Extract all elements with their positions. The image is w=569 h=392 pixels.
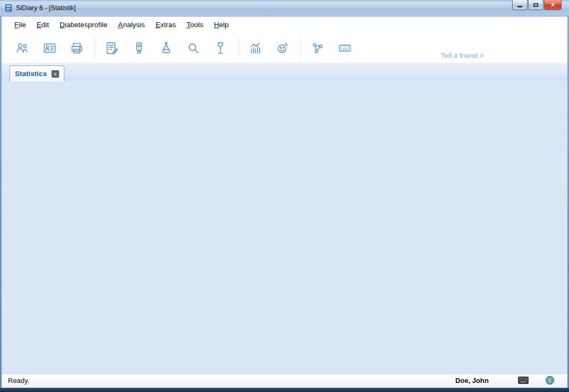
main-content	[2, 81, 567, 373]
toolbar-separator	[300, 38, 301, 58]
keyboard-status-icon[interactable]	[517, 376, 529, 387]
status-bar: Ready. Doe, John	[2, 373, 567, 388]
toolbar-separator	[238, 38, 239, 58]
menu-analysis[interactable]: Analysis	[113, 19, 150, 31]
device-icon[interactable]	[130, 38, 148, 57]
window-edge	[0, 16, 2, 388]
statistics-icon[interactable]	[246, 38, 264, 57]
maximize-button[interactable]	[528, 0, 543, 10]
printer-icon[interactable]	[68, 38, 86, 57]
titlebar: SiDiary 6 - [Statistik] ×	[0, 0, 569, 16]
toolbar-separator	[95, 38, 95, 58]
tab-label: Statistics	[15, 70, 47, 78]
window-edge-bottom	[0, 388, 569, 392]
toolbar: Tell a friend >	[2, 33, 567, 63]
users-icon[interactable]	[13, 38, 31, 57]
status-text: Ready.	[8, 377, 29, 385]
window-title: SiDiary 6 - [Statistik]	[16, 4, 76, 12]
menu-edit[interactable]: Edit	[31, 19, 54, 31]
menu-file[interactable]: File	[9, 19, 31, 31]
tab-close-icon[interactable]: ×	[52, 70, 59, 78]
close-button[interactable]: ×	[544, 0, 562, 10]
close-icon: ×	[550, 1, 555, 9]
minimize-button[interactable]	[512, 0, 528, 10]
smiley-icon[interactable]	[273, 38, 291, 57]
menu-extras[interactable]: Extras	[150, 19, 181, 31]
menubar: FileEditDiabetesprofileAnalysisExtrasToo…	[2, 16, 567, 33]
tab-bar: Statistics ×	[2, 63, 567, 81]
app-icon	[4, 4, 13, 12]
menu-help[interactable]: Help	[208, 19, 234, 31]
lab-flask-icon[interactable]	[157, 38, 175, 57]
nutrition-icon[interactable]	[211, 38, 229, 57]
current-user: Doe, John	[455, 377, 489, 385]
menu-diabetesprofile[interactable]: Diabetesprofile	[54, 19, 113, 31]
contact-card-icon[interactable]	[40, 38, 58, 57]
keyboard-icon[interactable]	[336, 38, 354, 57]
search-icon[interactable]	[184, 38, 202, 57]
tab-statistics[interactable]: Statistics ×	[10, 65, 64, 81]
menu-tools[interactable]: Tools	[181, 19, 209, 31]
window-controls: ×	[512, 0, 562, 10]
minimize-icon	[517, 6, 522, 7]
globe-status-icon[interactable]	[545, 376, 555, 387]
tell-a-friend-link[interactable]: Tell a friend >	[441, 52, 483, 60]
maximize-icon	[533, 3, 538, 7]
share-icon[interactable]	[308, 38, 327, 57]
window-frame: SiDiary 6 - [Statistik] × FileEditDiabet…	[0, 0, 569, 392]
logbook-icon[interactable]	[103, 38, 121, 57]
